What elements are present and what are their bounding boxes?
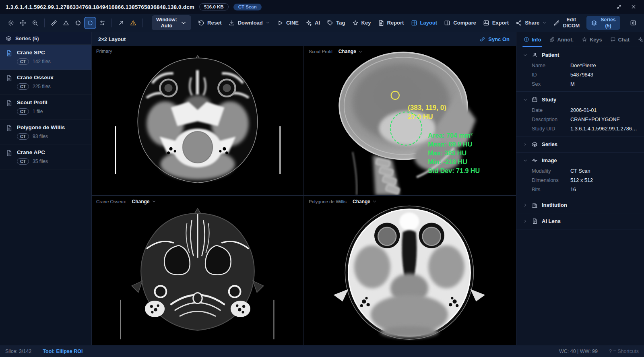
section-ai-lens: AI Lens (516, 213, 644, 229)
chevron-down-icon (372, 199, 377, 204)
section-study-header[interactable]: Study (516, 96, 644, 103)
arrow-up-right-icon (118, 20, 124, 26)
ai-button[interactable]: AI (305, 20, 320, 26)
status-bar: Slice: 3/142 Tool: Ellipse ROI WC: 40 | … (0, 345, 644, 357)
export-button[interactable]: Export (483, 20, 509, 26)
document-icon (532, 218, 538, 224)
cine-button[interactable]: CINE (277, 20, 299, 26)
tab-chat[interactable]: Chat (606, 32, 634, 47)
image-dimensions-row: Dimensions512 x 512 (532, 177, 638, 183)
window-value: Auto (156, 23, 177, 29)
viewport-polygone-de-willis[interactable]: Polygone de Willis Change (304, 196, 516, 345)
section-series-header[interactable]: Series (516, 140, 644, 148)
tab-annotations[interactable]: Annot. (545, 32, 578, 47)
file-size-badge: 516.0 KB (199, 3, 229, 10)
series-item-crane-osseux[interactable]: Crane Osseux CT225 files (0, 70, 91, 95)
info-panel-tabs: Info Annot. Keys Chat AI (516, 32, 644, 47)
download-button[interactable]: Download (229, 20, 270, 26)
tag-button[interactable]: Tag (327, 20, 345, 26)
series-item-crane-apc[interactable]: Crane APC CT35 files (0, 144, 91, 169)
active-tool-indicator: Tool: Ellipse ROI (43, 349, 83, 354)
change-series-dropdown[interactable]: Change (353, 199, 377, 204)
toolbar-separator (142, 19, 143, 27)
layers-icon (532, 141, 538, 147)
series-item-polygone-de-willis[interactable]: Polygone de Willis CT93 files (0, 120, 91, 144)
patient-sex-row: SexM (532, 81, 638, 87)
series-item-scout-profil[interactable]: Scout Profil CT1 file (0, 95, 91, 120)
roi-stat-mean: Mean: 69.9 HU (428, 140, 472, 148)
viewport-scout-profil[interactable]: (383, 119, 0) 27.0 HU Area: 704 mm² Mean… (304, 46, 516, 195)
modality-pill: CT (17, 83, 29, 90)
roi-stat-min: Min: -218 HU (428, 158, 467, 165)
viewport-crane-osseux[interactable]: Crane Osseux Change (92, 196, 303, 345)
play-icon (277, 20, 283, 26)
tab-ai[interactable]: AI (634, 32, 644, 47)
section-institution-header[interactable]: Institution (516, 201, 644, 209)
slice-indicator: Slice: 3/142 (5, 349, 31, 354)
panel-right-icon (630, 20, 636, 26)
viewport-name: Polygone de Willis (309, 199, 347, 204)
collapse-window-button[interactable] (614, 2, 624, 12)
viewport-name: Crane Osseux (96, 199, 126, 204)
zoom-tool[interactable] (29, 17, 41, 29)
roi-stat-std: Std Dev: 71.9 HU (428, 167, 480, 174)
key-button[interactable]: Key (352, 20, 371, 26)
info-panel: Info Annot. Keys Chat AI Patient NameDoe… (516, 32, 644, 345)
sync-toggle[interactable]: Sync On (479, 36, 510, 42)
warning-triangle-icon (130, 20, 136, 26)
toolbar-separator (44, 19, 45, 27)
tab-keys[interactable]: Keys (578, 32, 606, 47)
compare-panels-icon (444, 20, 450, 26)
probe-tool[interactable] (72, 17, 84, 29)
ellipse-roi-tool[interactable] (84, 17, 96, 29)
reset-button[interactable]: Reset (198, 20, 221, 26)
flip-tool[interactable] (96, 17, 108, 29)
viewer-main: 2×2 Layout Sync On (92, 32, 516, 345)
modality-pill: CT (17, 133, 29, 140)
viewport-primary[interactable]: Primary (92, 46, 303, 195)
roi-stat-area: Area: 704 mm² (428, 132, 473, 139)
move-icon (20, 20, 26, 26)
close-button[interactable] (629, 2, 638, 12)
section-institution: Institution (516, 197, 644, 213)
title-bar: 1.3.6.1.4.1.5962.99.1.2786334768.1849416… (0, 0, 644, 14)
section-patient-header[interactable]: Patient (516, 51, 644, 59)
pan-tool[interactable] (17, 17, 29, 29)
window-level-tool[interactable] (5, 17, 17, 29)
section-image-header[interactable]: Image (516, 157, 644, 164)
calendar-icon (532, 97, 538, 103)
collapse-panel-button[interactable] (627, 17, 639, 29)
report-button[interactable]: Report (378, 20, 404, 26)
change-series-dropdown[interactable]: Change (339, 49, 363, 54)
triangle-icon (63, 20, 69, 26)
series-item-crane-spc[interactable]: Crane SPC CT142 files (0, 45, 91, 70)
image-modality-row: ModalityCT Scan (532, 168, 638, 174)
section-ai-lens-header[interactable]: AI Lens (516, 217, 644, 225)
series-panel-button[interactable]: Series(5) (586, 16, 620, 30)
sparkles-icon (305, 20, 312, 26)
edit-dicom-button[interactable]: EditDICOM (553, 17, 580, 29)
compare-button[interactable]: Compare (444, 20, 476, 26)
warning-tool[interactable] (127, 17, 139, 29)
file-icon (6, 125, 12, 132)
change-series-dropdown[interactable]: Change (132, 199, 156, 204)
tab-info[interactable]: Info (520, 32, 545, 47)
export-image-icon (483, 20, 489, 26)
patient-id-row: ID54879843 (532, 72, 638, 78)
chevron-right-icon (523, 142, 528, 147)
waveform-icon (532, 157, 538, 163)
share-button[interactable]: Share (516, 20, 547, 26)
angle-tool[interactable] (60, 17, 72, 29)
arrow-annotate-tool[interactable] (115, 17, 127, 29)
point-annotation-coords: (383, 119, 0) (408, 104, 446, 111)
toolbar: Window: Auto Reset Download CINE AI Tag … (0, 14, 644, 32)
layout-button[interactable]: Layout (411, 20, 438, 26)
modality-pill: CT (17, 58, 29, 65)
ruler-tool[interactable] (48, 17, 60, 29)
paperclip-icon (549, 37, 555, 42)
reset-icon (198, 20, 204, 26)
chevron-right-icon (523, 203, 528, 208)
window-preset-dropdown[interactable]: Window: Auto (152, 15, 191, 31)
brightness-icon (8, 20, 14, 26)
roi-stat-max: Max: 383 HU (428, 149, 466, 157)
